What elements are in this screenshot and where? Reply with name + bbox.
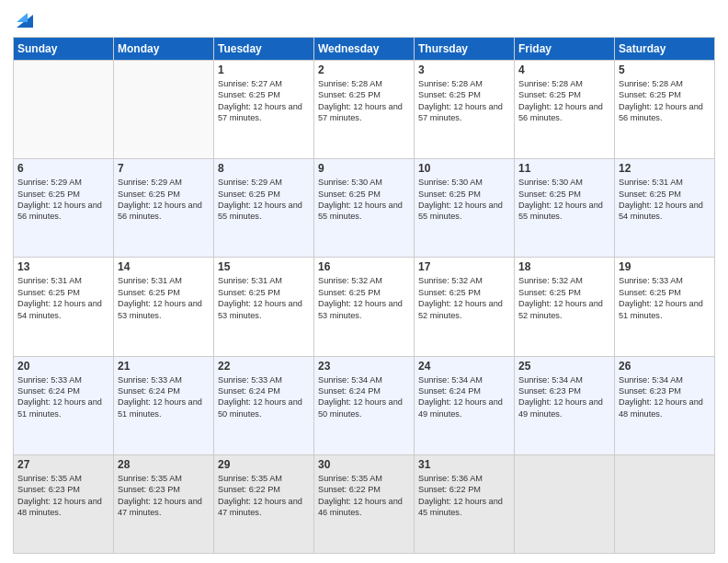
- days-header-row: SundayMondayTuesdayWednesdayThursdayFrid…: [14, 38, 715, 61]
- day-number: 12: [619, 162, 711, 175]
- day-info: Sunrise: 5:31 AMSunset: 6:25 PMDaylight:…: [17, 275, 109, 321]
- day-number: 24: [418, 360, 510, 373]
- calendar-cell: 8Sunrise: 5:29 AMSunset: 6:25 PMDaylight…: [214, 159, 314, 258]
- week-row-4: 20Sunrise: 5:33 AMSunset: 6:24 PMDayligh…: [14, 356, 715, 454]
- day-number: 17: [418, 260, 510, 273]
- week-row-3: 13Sunrise: 5:31 AMSunset: 6:25 PMDayligh…: [14, 258, 715, 356]
- day-info: Sunrise: 5:34 AMSunset: 6:24 PMDaylight:…: [418, 374, 510, 420]
- calendar-cell: 29Sunrise: 5:35 AMSunset: 6:22 PMDayligh…: [214, 454, 314, 553]
- day-info: Sunrise: 5:33 AMSunset: 6:25 PMDaylight:…: [619, 275, 711, 321]
- calendar-cell: 5Sunrise: 5:28 AMSunset: 6:25 PMDaylight…: [615, 61, 715, 159]
- week-row-1: 1Sunrise: 5:27 AMSunset: 6:25 PMDaylight…: [14, 61, 715, 159]
- day-number: 16: [318, 260, 410, 273]
- calendar-cell: 24Sunrise: 5:34 AMSunset: 6:24 PMDayligh…: [415, 356, 515, 454]
- calendar-cell: 15Sunrise: 5:31 AMSunset: 6:25 PMDayligh…: [214, 258, 314, 356]
- calendar-cell: [114, 61, 214, 159]
- calendar-cell: 28Sunrise: 5:35 AMSunset: 6:23 PMDayligh…: [114, 454, 214, 553]
- day-info: Sunrise: 5:31 AMSunset: 6:25 PMDaylight:…: [619, 177, 711, 223]
- calendar-page: SundayMondayTuesdayWednesdayThursdayFrid…: [0, 0, 728, 563]
- day-info: Sunrise: 5:28 AMSunset: 6:25 PMDaylight:…: [418, 78, 510, 124]
- calendar-cell: 2Sunrise: 5:28 AMSunset: 6:25 PMDaylight…: [314, 61, 415, 159]
- day-info: Sunrise: 5:35 AMSunset: 6:22 PMDaylight:…: [218, 473, 310, 519]
- calendar-cell: 16Sunrise: 5:32 AMSunset: 6:25 PMDayligh…: [314, 258, 415, 356]
- day-header-sunday: Sunday: [14, 38, 114, 61]
- day-number: 10: [418, 162, 510, 175]
- logo: [13, 9, 35, 31]
- calendar-cell: [515, 454, 615, 553]
- day-number: 1: [218, 63, 310, 76]
- calendar-cell: 4Sunrise: 5:28 AMSunset: 6:25 PMDaylight…: [515, 61, 615, 159]
- day-info: Sunrise: 5:33 AMSunset: 6:24 PMDaylight:…: [118, 374, 210, 420]
- day-number: 23: [318, 360, 410, 373]
- day-info: Sunrise: 5:35 AMSunset: 6:22 PMDaylight:…: [318, 473, 410, 519]
- calendar-cell: 6Sunrise: 5:29 AMSunset: 6:25 PMDaylight…: [14, 159, 114, 258]
- day-number: 28: [118, 458, 210, 471]
- day-number: 20: [17, 360, 109, 373]
- header: [13, 9, 715, 31]
- day-header-saturday: Saturday: [615, 38, 715, 61]
- day-info: Sunrise: 5:35 AMSunset: 6:23 PMDaylight:…: [118, 473, 210, 519]
- calendar-cell: 18Sunrise: 5:32 AMSunset: 6:25 PMDayligh…: [515, 258, 615, 356]
- calendar-cell: [14, 61, 114, 159]
- day-info: Sunrise: 5:28 AMSunset: 6:25 PMDaylight:…: [518, 78, 610, 124]
- day-info: Sunrise: 5:28 AMSunset: 6:25 PMDaylight:…: [318, 78, 410, 124]
- day-number: 22: [218, 360, 310, 373]
- logo-icon: [15, 6, 35, 31]
- day-number: 9: [318, 162, 410, 175]
- day-number: 21: [118, 360, 210, 373]
- day-number: 11: [518, 162, 610, 175]
- day-number: 8: [218, 162, 310, 175]
- calendar-cell: 17Sunrise: 5:32 AMSunset: 6:25 PMDayligh…: [415, 258, 515, 356]
- day-info: Sunrise: 5:33 AMSunset: 6:24 PMDaylight:…: [17, 374, 109, 420]
- day-header-friday: Friday: [515, 38, 615, 61]
- day-info: Sunrise: 5:34 AMSunset: 6:24 PMDaylight:…: [318, 374, 410, 420]
- day-number: 25: [518, 360, 610, 373]
- week-row-2: 6Sunrise: 5:29 AMSunset: 6:25 PMDaylight…: [14, 159, 715, 258]
- calendar-cell: 12Sunrise: 5:31 AMSunset: 6:25 PMDayligh…: [615, 159, 715, 258]
- day-number: 7: [118, 162, 210, 175]
- day-number: 6: [17, 162, 109, 175]
- day-info: Sunrise: 5:35 AMSunset: 6:23 PMDaylight:…: [17, 473, 109, 519]
- calendar-cell: 22Sunrise: 5:33 AMSunset: 6:24 PMDayligh…: [214, 356, 314, 454]
- day-number: 14: [118, 260, 210, 273]
- calendar-cell: 13Sunrise: 5:31 AMSunset: 6:25 PMDayligh…: [14, 258, 114, 356]
- day-number: 30: [318, 458, 410, 471]
- day-info: Sunrise: 5:32 AMSunset: 6:25 PMDaylight:…: [418, 275, 510, 321]
- day-info: Sunrise: 5:34 AMSunset: 6:23 PMDaylight:…: [518, 374, 610, 420]
- calendar-cell: 1Sunrise: 5:27 AMSunset: 6:25 PMDaylight…: [214, 61, 314, 159]
- day-info: Sunrise: 5:31 AMSunset: 6:25 PMDaylight:…: [118, 275, 210, 321]
- day-info: Sunrise: 5:31 AMSunset: 6:25 PMDaylight:…: [218, 275, 310, 321]
- day-header-tuesday: Tuesday: [214, 38, 314, 61]
- calendar-cell: 26Sunrise: 5:34 AMSunset: 6:23 PMDayligh…: [615, 356, 715, 454]
- day-info: Sunrise: 5:36 AMSunset: 6:22 PMDaylight:…: [418, 473, 510, 519]
- week-row-5: 27Sunrise: 5:35 AMSunset: 6:23 PMDayligh…: [14, 454, 715, 553]
- day-info: Sunrise: 5:32 AMSunset: 6:25 PMDaylight:…: [518, 275, 610, 321]
- day-number: 18: [518, 260, 610, 273]
- day-number: 27: [17, 458, 109, 471]
- day-number: 13: [17, 260, 109, 273]
- calendar-cell: 27Sunrise: 5:35 AMSunset: 6:23 PMDayligh…: [14, 454, 114, 553]
- day-header-thursday: Thursday: [415, 38, 515, 61]
- calendar-cell: 10Sunrise: 5:30 AMSunset: 6:25 PMDayligh…: [415, 159, 515, 258]
- day-number: 4: [518, 63, 610, 76]
- day-number: 26: [619, 360, 711, 373]
- calendar-cell: 14Sunrise: 5:31 AMSunset: 6:25 PMDayligh…: [114, 258, 214, 356]
- day-info: Sunrise: 5:30 AMSunset: 6:25 PMDaylight:…: [418, 177, 510, 223]
- day-number: 29: [218, 458, 310, 471]
- day-info: Sunrise: 5:33 AMSunset: 6:24 PMDaylight:…: [218, 374, 310, 420]
- day-info: Sunrise: 5:32 AMSunset: 6:25 PMDaylight:…: [318, 275, 410, 321]
- day-number: 31: [418, 458, 510, 471]
- svg-marker-1: [17, 13, 28, 22]
- day-info: Sunrise: 5:28 AMSunset: 6:25 PMDaylight:…: [619, 78, 711, 124]
- day-info: Sunrise: 5:29 AMSunset: 6:25 PMDaylight:…: [218, 177, 310, 223]
- day-info: Sunrise: 5:30 AMSunset: 6:25 PMDaylight:…: [518, 177, 610, 223]
- calendar-cell: 21Sunrise: 5:33 AMSunset: 6:24 PMDayligh…: [114, 356, 214, 454]
- calendar-cell: 3Sunrise: 5:28 AMSunset: 6:25 PMDaylight…: [415, 61, 515, 159]
- day-info: Sunrise: 5:27 AMSunset: 6:25 PMDaylight:…: [218, 78, 310, 124]
- day-info: Sunrise: 5:30 AMSunset: 6:25 PMDaylight:…: [318, 177, 410, 223]
- calendar-cell: [615, 454, 715, 553]
- calendar-cell: 20Sunrise: 5:33 AMSunset: 6:24 PMDayligh…: [14, 356, 114, 454]
- day-header-monday: Monday: [114, 38, 214, 61]
- day-number: 15: [218, 260, 310, 273]
- day-number: 2: [318, 63, 410, 76]
